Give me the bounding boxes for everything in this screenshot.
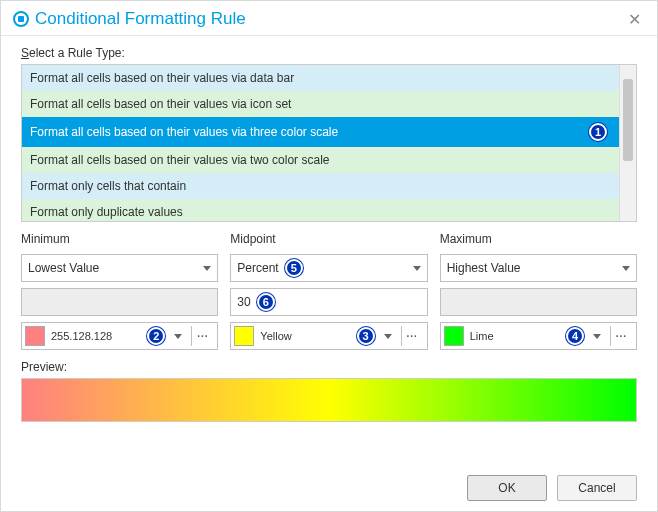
minimum-color-picker[interactable]: 255.128.128 2 ··· [21, 322, 218, 350]
dialog-footer: OK Cancel [467, 475, 637, 501]
rule-type-item-label: Format only cells that contain [30, 179, 186, 193]
midpoint-value-text: 30 [237, 295, 250, 309]
rule-type-access: S [21, 46, 29, 60]
midpoint-label: Midpoint [230, 232, 427, 246]
rule-type-item-label: Format all cells based on their values v… [30, 97, 291, 111]
chevron-down-icon [384, 334, 392, 339]
scrollbar-thumb[interactable] [623, 79, 633, 161]
maximum-color-picker[interactable]: Lime 4 ··· [440, 322, 637, 350]
midpoint-color-swatch [234, 326, 254, 346]
callout-1: 1 [589, 123, 607, 141]
rule-type-item[interactable]: Format all cells based on their values v… [22, 91, 619, 117]
midpoint-color-name: Yellow [260, 330, 350, 342]
callout-4: 4 [566, 327, 584, 345]
rule-type-item-label: Format only duplicate values [30, 205, 183, 219]
callout-3: 3 [357, 327, 375, 345]
minimum-color-swatch [25, 326, 45, 346]
midpoint-column: Midpoint Percent 5 30 6 Yellow 3 ··· [230, 232, 427, 350]
maximum-color-more[interactable]: ··· [610, 326, 632, 346]
chevron-down-icon [622, 266, 630, 271]
callout-5: 5 [285, 259, 303, 277]
chevron-down-icon [174, 334, 182, 339]
rule-type-list[interactable]: Format all cells based on their values v… [22, 65, 619, 221]
rule-type-item[interactable]: Format all cells based on their values v… [22, 117, 619, 147]
minimum-type-value: Lowest Value [28, 261, 99, 275]
rule-type-label-text: elect a Rule Type: [29, 46, 125, 60]
scale-columns: Minimum Lowest Value 255.128.128 2 ··· M… [21, 232, 637, 350]
minimum-column: Minimum Lowest Value 255.128.128 2 ··· [21, 232, 218, 350]
rule-type-item[interactable]: Format all cells based on their values v… [22, 65, 619, 91]
minimum-color-name: 255.128.128 [51, 330, 141, 342]
midpoint-color-picker[interactable]: Yellow 3 ··· [230, 322, 427, 350]
rule-list-scrollbar[interactable] [619, 65, 636, 221]
maximum-column: Maximum Highest Value Lime 4 ··· [440, 232, 637, 350]
cancel-button[interactable]: Cancel [557, 475, 637, 501]
midpoint-color-more[interactable]: ··· [401, 326, 423, 346]
maximum-type-value: Highest Value [447, 261, 521, 275]
ok-button[interactable]: OK [467, 475, 547, 501]
chevron-down-icon [203, 266, 211, 271]
rule-type-list-container: Format all cells based on their values v… [21, 64, 637, 222]
rule-type-item[interactable]: Format only cells that contain [22, 173, 619, 199]
chevron-down-icon [413, 266, 421, 271]
maximum-color-swatch [444, 326, 464, 346]
chevron-down-icon [593, 334, 601, 339]
maximum-value-input [440, 288, 637, 316]
rule-type-item-label: Format all cells based on their values v… [30, 71, 294, 85]
dialog-title: Conditional Formatting Rule [35, 9, 624, 29]
app-icon [13, 11, 29, 27]
maximum-type-combo[interactable]: Highest Value [440, 254, 637, 282]
maximum-label: Maximum [440, 232, 637, 246]
rule-type-item[interactable]: Format all cells based on their values v… [22, 147, 619, 173]
rule-type-label: Select a Rule Type: [21, 46, 637, 60]
close-icon[interactable]: ✕ [624, 10, 645, 29]
gradient-preview [21, 378, 637, 422]
midpoint-value-input[interactable]: 30 6 [230, 288, 427, 316]
svg-rect-1 [18, 16, 24, 22]
rule-type-item-label: Format all cells based on their values v… [30, 153, 329, 167]
rule-type-item[interactable]: Format only duplicate values [22, 199, 619, 221]
rule-type-item-label: Format all cells based on their values v… [30, 125, 338, 139]
maximum-color-name: Lime [470, 330, 560, 342]
callout-6: 6 [257, 293, 275, 311]
minimum-label: Minimum [21, 232, 218, 246]
minimum-type-combo[interactable]: Lowest Value [21, 254, 218, 282]
midpoint-type-value: Percent [237, 261, 278, 275]
midpoint-type-combo[interactable]: Percent 5 [230, 254, 427, 282]
minimum-color-more[interactable]: ··· [191, 326, 213, 346]
dialog-header: Conditional Formatting Rule ✕ [1, 1, 657, 36]
minimum-value-input [21, 288, 218, 316]
callout-2: 2 [147, 327, 165, 345]
preview-label: Preview: [21, 360, 637, 374]
dialog-body: Select a Rule Type: Format all cells bas… [1, 36, 657, 434]
